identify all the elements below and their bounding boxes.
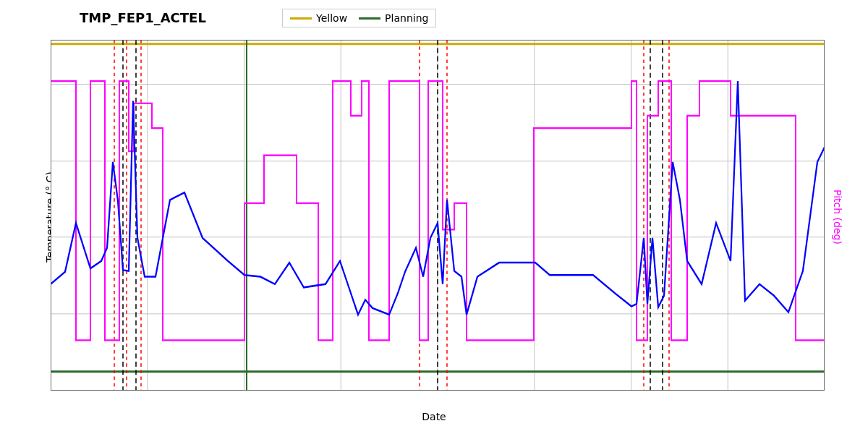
main-chart: 0 10 20 30 40 40 60 80 100 120 140 160 1… [51, 40, 825, 391]
chart-title: TMP_FEP1_ACTEL [80, 10, 206, 25]
legend: Yellow Planning [282, 9, 436, 27]
planning-line-icon [359, 17, 380, 20]
planning-label: Planning [385, 12, 428, 24]
legend-yellow: Yellow [290, 12, 347, 24]
x-axis-label: Date [422, 411, 446, 422]
y-right-label: Pitch (deg) [832, 190, 843, 244]
chart-container: TMP_FEP1_ACTEL Yellow Planning Temperatu… [0, 0, 868, 434]
yellow-line-icon [290, 17, 312, 20]
legend-planning: Planning [359, 12, 428, 24]
yellow-label: Yellow [316, 12, 347, 24]
